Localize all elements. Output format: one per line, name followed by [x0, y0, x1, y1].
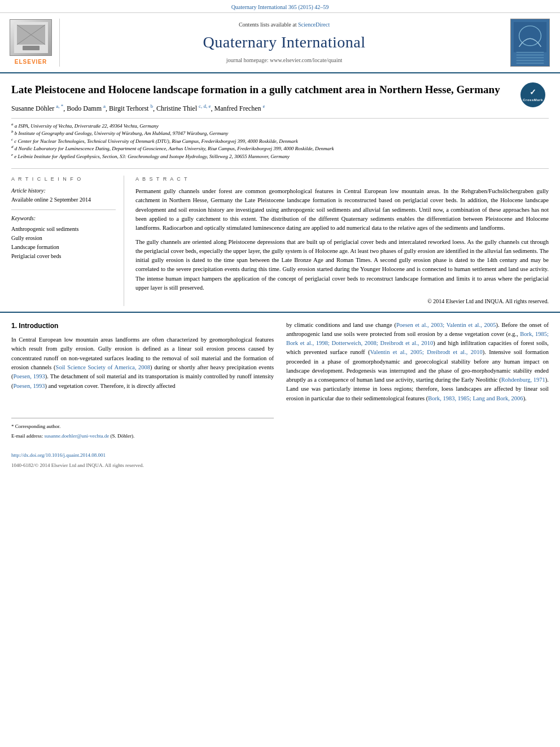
keyword-3: Landscape formation [11, 243, 116, 252]
homepage-line: journal homepage: www.elsevier.com/locat… [226, 56, 342, 64]
abstract-label: A B S T R A C T [135, 176, 549, 183]
keyword-1: Anthropogenic soil sediments [11, 225, 116, 234]
affiliation-c: c c Center for Nuclear Technologies, Tec… [11, 137, 549, 145]
body-para-1: In Central European low mountain areas l… [11, 335, 274, 391]
ref-bork1985[interactable]: Bork, 1985; Bork et al., 1998; Dotterwei… [286, 331, 549, 346]
ref-poesen2003[interactable]: Poesen et al., 2003; Valentin et al., 20… [396, 322, 496, 328]
abstract-para-1: Permanent gully channels under forest ar… [135, 187, 549, 233]
crossmark-badge[interactable]: ✓ CrossMark [520, 82, 549, 111]
journal-name-big: Quaternary International [203, 31, 366, 53]
doi-line: http://dx.doi.org/10.1016/j.quaint.2014.… [11, 451, 274, 460]
abstract-col: A B S T R A C T Permanent gully channels… [135, 176, 549, 306]
contents-line: Contents lists available at ScienceDirec… [239, 21, 330, 29]
article-title-text: Late Pleistocene and Holocene landscape … [11, 84, 500, 95]
body-col-right: by climatic conditions and land use chan… [286, 321, 549, 470]
article-content: Late Pleistocene and Holocene landscape … [0, 73, 560, 312]
ref-poesen1993b[interactable]: Poesen, 1993 [14, 383, 45, 389]
history-label: Article history: [11, 187, 116, 195]
divider-1 [11, 209, 116, 210]
affiliation-a: a a ISPA, University of Vechta, Driverst… [11, 122, 549, 130]
keywords-label: Keywords: [11, 215, 116, 222]
section1-heading: 1. Introduction [11, 321, 274, 331]
copyright-line: © 2014 Elsevier Ltd and INQUA. All right… [135, 297, 549, 306]
body-para-2: by climatic conditions and land use chan… [286, 321, 549, 403]
ref-rohdenburg[interactable]: Rohdenburg, 1971 [501, 377, 545, 383]
issn-line: 1040-6182/© 2014 Elsevier Ltd and INQUA.… [11, 462, 274, 470]
available-online: Available online 2 September 2014 [11, 196, 116, 204]
footnote-corresponding: * Corresponding author. [11, 423, 274, 431]
page-container: Quaternary International 365 (2015) 42–5… [0, 0, 560, 475]
ref-poesen1993[interactable]: Poesen, 1993 [14, 373, 45, 379]
sciencedirect-link[interactable]: ScienceDirect [298, 21, 330, 28]
affiliation-b: b b Institute of Geography and Geology, … [11, 129, 549, 137]
svg-rect-4 [23, 46, 40, 50]
footnote-email: E-mail address: susanne.doehler@uni-vech… [11, 433, 274, 440]
keyword-2: Gully erosion [11, 234, 116, 243]
journal-thumb [509, 19, 551, 67]
abstract-text: Permanent gully channels under forest ar… [135, 187, 549, 305]
footnote-email-link[interactable]: susanne.doehler@uni-vechta.de [44, 433, 110, 439]
footnotes-area: * Corresponding author. E-mail address: … [11, 418, 274, 440]
elsevier-logo-block: ELSEVIER [9, 19, 60, 67]
crossmark-circle: ✓ CrossMark [520, 82, 545, 107]
body-two-col: 1. Introduction In Central European low … [11, 321, 549, 470]
elsevier-logo-image [10, 19, 52, 56]
authors-line: Susanne Döhler a, *, Bodo Damm a, Birgit… [11, 103, 549, 113]
article-title-block: Late Pleistocene and Holocene landscape … [11, 82, 549, 97]
affiliations-block: a a ISPA, University of Vechta, Driverst… [11, 118, 549, 160]
article-body: 1. Introduction In Central European low … [0, 312, 560, 475]
journal-header: ELSEVIER Contents lists available at Sci… [0, 13, 560, 73]
journal-citation: Quaternary International 365 (2015) 42–5… [231, 4, 329, 10]
affiliation-e: e e Leibniz Institute for Applied Geophy… [11, 152, 549, 160]
article-info-col: A R T I C L E I N F O Article history: A… [11, 176, 124, 306]
ref-valentin2005[interactable]: Valentin et al., 2005; Dreibrodt et al.,… [370, 349, 482, 355]
keyword-4: Periglacial cover beds [11, 252, 116, 261]
abstract-para-2: The gully channels are oriented along Pl… [135, 238, 549, 293]
journal-title-block: Contents lists available at ScienceDirec… [67, 19, 502, 67]
ref-soilscience[interactable]: Soil Science Society of America, 2008 [56, 364, 151, 370]
article-info-label: A R T I C L E I N F O [11, 176, 116, 183]
journal-cover-image [510, 19, 550, 67]
article-info-abstract: A R T I C L E I N F O Article history: A… [11, 168, 549, 306]
affiliation-d: d d Nordic Laboratory for Luminescence D… [11, 145, 549, 152]
svg-rect-6 [513, 22, 546, 52]
body-col-left: 1. Introduction In Central European low … [11, 321, 274, 470]
journal-top-bar: Quaternary International 365 (2015) 42–5… [0, 0, 560, 13]
ref-bork1983[interactable]: Bork, 1983, 1985; Lang and Bork, 2006 [428, 395, 523, 401]
doi-link[interactable]: http://dx.doi.org/10.1016/j.quaint.2014.… [11, 452, 106, 458]
elsevier-brand-text: ELSEVIER [15, 58, 47, 66]
